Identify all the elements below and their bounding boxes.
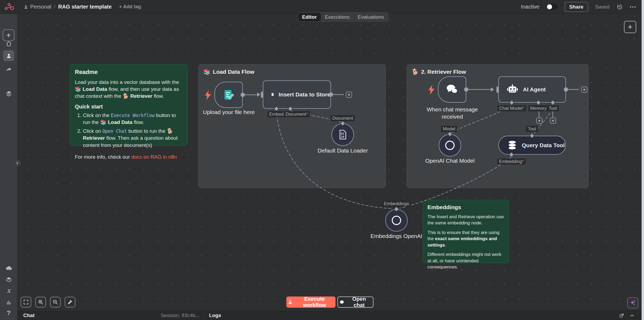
sidebar-item-insights[interactable] — [0, 299, 17, 305]
editor-tabs: Editor Executions Evaluations — [297, 12, 389, 22]
sticky-paragraph: The Insert and Retrieve operation use th… — [427, 214, 504, 226]
sticky-title: Load Data Flow — [213, 69, 254, 75]
connector-label-document: Document — [330, 115, 355, 121]
sidebar-item-cloud-admin[interactable] — [0, 264, 17, 271]
node-title: AI Agent — [523, 86, 546, 93]
add-tool-button[interactable]: + — [550, 118, 556, 124]
sidebar-expand-button[interactable] — [14, 160, 21, 166]
zoom-out-icon — [53, 299, 58, 305]
add-node-canvas-button[interactable]: + — [624, 21, 636, 33]
share-button[interactable]: Share — [565, 2, 588, 12]
sticky-note-readme[interactable]: Readme Load your data into a vector data… — [70, 64, 188, 146]
chat-bubble-icon — [340, 300, 344, 305]
broom-icon — [67, 299, 73, 305]
dog-emoji-icon: 🐕 — [412, 69, 419, 75]
node-form-trigger[interactable] — [214, 82, 243, 108]
tidy-up-button[interactable] — [65, 297, 75, 307]
node-label-chat-trigger: When chat message received — [419, 106, 486, 120]
home-icon — [6, 41, 12, 47]
sidebar-item-home[interactable] — [0, 41, 17, 47]
list-item: Click on Open Chat button to run the 🐕 R… — [83, 128, 183, 149]
add-node-button[interactable]: + — [581, 87, 587, 93]
sticky-paragraph: This is to ensure that they are using th… — [427, 229, 504, 248]
sticky-title: 2. Retriever Flow — [421, 69, 466, 75]
trigger-bolt-icon — [428, 85, 435, 95]
breadcrumb-project[interactable]: Personal — [24, 4, 51, 10]
add-tag-button[interactable]: + Add tag — [119, 4, 141, 10]
zoom-to-fit-button[interactable] — [21, 297, 31, 307]
node-label-embeddings-openai: Embeddings OpenAI — [371, 233, 422, 239]
svg-text:10: 10 — [341, 135, 344, 138]
tab-evaluations[interactable]: Evaluations — [354, 13, 388, 21]
logs-panel-header: Chat Session: 83c4b... Logs — [17, 311, 642, 320]
fit-view-icon — [23, 299, 29, 305]
breadcrumb: Personal / RAG starter template + Add ta… — [24, 4, 141, 10]
node-query-data-tool[interactable]: Query Data Tool — [498, 136, 566, 155]
add-node-button[interactable]: + — [346, 92, 352, 98]
execute-workflow-button[interactable]: Execute workflow — [286, 296, 336, 308]
more-options-button[interactable]: ••• — [630, 5, 637, 9]
node-label-form-trigger: Upload your file here — [203, 109, 255, 115]
node-ai-agent[interactable]: AI Agent — [498, 76, 566, 103]
quick-start-list: Click on the Execute Workflow button to … — [75, 112, 183, 149]
left-sidebar: + x — [0, 14, 17, 320]
sidebar-item-shared[interactable] — [0, 66, 17, 73]
books-emoji-icon: 📚 — [203, 69, 210, 75]
breadcrumb-project-label: Personal — [30, 4, 51, 10]
connector-label-tool-query: Tool — [526, 126, 538, 132]
bar-chart-icon — [6, 299, 12, 305]
workflow-title[interactable]: RAG starter template — [58, 4, 112, 10]
sidebar-item-variables[interactable]: x — [0, 287, 17, 294]
chat-panel-title[interactable]: Chat — [23, 313, 34, 318]
zoom-out-button[interactable] — [50, 297, 61, 307]
history-button[interactable] — [616, 4, 623, 10]
node-title: Insert Data to Store — [279, 91, 330, 98]
sticky-heading: Quick start — [75, 104, 183, 110]
node-default-data-loader[interactable]: 01 10 — [331, 123, 354, 146]
templates-box-icon — [6, 276, 12, 283]
right-edge-panel[interactable] — [642, 0, 644, 320]
trigger-bolt-icon — [204, 90, 212, 100]
sticky-title: Embeddings — [427, 204, 504, 210]
connector-label-tool: Tool — [547, 105, 559, 111]
node-insert-data-to-store[interactable]: Insert Data to Store — [263, 80, 331, 109]
sticky-note-embeddings[interactable]: Embeddings The Insert and Retrieve opera… — [423, 200, 509, 263]
n8n-workflow-editor: { "topbar": { "project": "Personal", "se… — [0, 0, 644, 320]
database-icon — [271, 89, 274, 100]
node-chat-trigger[interactable] — [438, 76, 466, 103]
pop-out-icon[interactable] — [619, 313, 624, 318]
zoom-in-icon — [38, 299, 43, 305]
share-arrow-icon — [6, 66, 12, 73]
chevron-right-icon — [16, 162, 19, 165]
zoom-in-button[interactable] — [35, 297, 46, 307]
toggle-knob — [547, 4, 552, 9]
sidebar-item-personal[interactable] — [3, 50, 14, 61]
tab-editor[interactable]: Editor — [298, 13, 321, 21]
sticky-paragraph: Different embeddings might not work at a… — [427, 251, 504, 270]
topbar-actions: Inactive Share Saved ••• — [521, 2, 637, 12]
open-chat-label: Open chat — [347, 296, 371, 308]
chevron-up-icon[interactable] — [630, 313, 635, 318]
logs-panel-title[interactable]: Logs — [209, 313, 221, 318]
tab-executions[interactable]: Executions — [321, 13, 354, 21]
sidebar-item-data-tables[interactable] — [0, 90, 17, 97]
create-workflow-button[interactable]: + — [3, 29, 14, 41]
docs-link-paragraph[interactable]: For more info, check our docs on RAG in … — [75, 154, 183, 161]
panel-divider — [204, 311, 204, 320]
add-memory-button[interactable]: + — [536, 118, 542, 124]
chat-panel-header[interactable]: Chat Session: 83c4b... — [17, 311, 204, 320]
execute-workflow-label: Execute workflow — [295, 296, 334, 308]
saved-status: Saved — [595, 4, 610, 10]
open-chat-button[interactable]: Open chat — [337, 296, 373, 308]
form-icon — [222, 89, 235, 101]
sidebar-item-templates[interactable] — [0, 276, 17, 283]
history-icon — [616, 4, 623, 10]
sidebar-item-help[interactable]: ? — [0, 309, 17, 317]
node-embeddings-openai[interactable] — [385, 209, 408, 232]
node-openai-chat-model[interactable] — [439, 134, 461, 157]
active-toggle[interactable] — [546, 4, 558, 10]
openai-icon — [391, 215, 402, 226]
ai-assistant-button[interactable] — [627, 297, 638, 309]
logs-panel-actions — [619, 313, 635, 318]
n8n-logo-icon[interactable] — [4, 2, 15, 11]
